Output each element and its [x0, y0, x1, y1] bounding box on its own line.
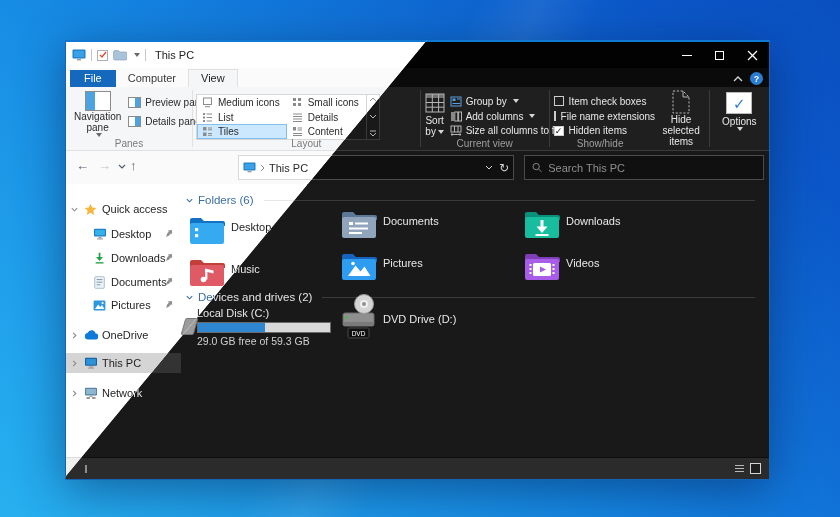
layout-small-icons[interactable]: Small icons: [287, 95, 366, 110]
navigation-pane-label: Navigation pane: [74, 111, 121, 133]
details-pane-icon: [128, 116, 141, 127]
panes-group-label: Panes: [66, 138, 192, 149]
ribbon-group-current-view: Sort by Group by Add columns Size all co…: [421, 87, 549, 150]
file-explorer-window: This PC File Computer View ? Navigation …: [65, 40, 770, 480]
checkbox-unchecked-icon: [554, 96, 564, 106]
hide-selected-items-button[interactable]: Hide selected items: [654, 90, 709, 137]
layout-details[interactable]: Details: [287, 110, 366, 125]
options-button[interactable]: ✓ Options: [714, 90, 764, 137]
chevron-right-icon[interactable]: [66, 359, 82, 368]
list-label: List: [218, 112, 234, 123]
drive-label: Local Disk (C:): [197, 307, 337, 319]
folder-tile-documents[interactable]: Documents: [341, 209, 439, 239]
tab-computer[interactable]: Computer: [116, 70, 188, 87]
refresh-icon[interactable]: ↻: [499, 161, 509, 175]
sidebar-label: This PC: [102, 357, 141, 369]
sort-by-label-1: Sort: [425, 115, 443, 126]
layout-list[interactable]: List: [197, 110, 287, 125]
chevron-right-icon[interactable]: [66, 389, 82, 398]
sort-by-label-2: by: [425, 126, 444, 137]
chevron-down-icon[interactable]: [185, 293, 194, 302]
folder-tile-pictures[interactable]: Pictures: [341, 251, 423, 281]
chevron-down-icon[interactable]: [185, 196, 194, 205]
download-icon: [91, 252, 108, 264]
folder-tile-desktop[interactable]: Desktop: [189, 215, 271, 245]
folder-label: Pictures: [383, 257, 423, 281]
hidden-items-label: Hidden items: [569, 125, 627, 136]
group-by-button[interactable]: Group by: [447, 95, 563, 108]
file-name-extensions-label: File name extensions: [561, 111, 656, 122]
sidebar-item-onedrive[interactable]: OneDrive: [66, 325, 181, 345]
recent-locations-dropdown[interactable]: [118, 164, 126, 169]
sidebar-item-documents[interactable]: Documents: [66, 272, 181, 292]
size-columns-icon: [450, 125, 462, 136]
hidden-items-checkbox[interactable]: ✓Hidden items: [554, 124, 654, 137]
sidebar-item-downloads[interactable]: Downloads: [66, 248, 181, 268]
chevron-down-icon[interactable]: [66, 205, 82, 214]
address-dropdown-icon[interactable]: [485, 165, 493, 170]
address-this-pc-icon: [243, 162, 256, 173]
hide-selected-items-icon: [671, 90, 691, 114]
item-check-boxes-checkbox[interactable]: Item check boxes: [554, 95, 654, 108]
search-box[interactable]: [524, 155, 764, 180]
add-columns-button[interactable]: Add columns: [447, 110, 563, 123]
qat-separator-2: [145, 49, 146, 61]
navigation-pane-button[interactable]: Navigation pane: [74, 90, 121, 137]
close-button[interactable]: [736, 42, 769, 68]
minimize-button[interactable]: [670, 42, 703, 68]
this-pc-icon: [82, 357, 99, 369]
sidebar-item-quick-access[interactable]: Quick access: [66, 199, 181, 219]
size-columns-button[interactable]: Size all columns to fit: [447, 124, 563, 137]
help-icon[interactable]: ?: [750, 72, 763, 85]
drives-group-heading[interactable]: Devices and drives (2): [185, 291, 755, 303]
sidebar-item-desktop[interactable]: Desktop: [66, 224, 181, 244]
tab-view[interactable]: View: [188, 69, 238, 87]
layout-medium-icons[interactable]: Medium icons: [197, 95, 287, 110]
dvd-badge: DVD: [352, 330, 366, 337]
heading-rule: [264, 200, 755, 201]
gallery-scroll-down-icon[interactable]: [369, 114, 377, 119]
layout-tiles[interactable]: Tiles: [197, 124, 287, 139]
folder-icon-music: [189, 257, 225, 287]
sort-by-button[interactable]: Sort by: [425, 90, 445, 137]
ribbon-group-options: ✓ Options: [710, 87, 769, 150]
sidebar-item-pictures[interactable]: Pictures: [66, 295, 181, 315]
tab-file[interactable]: File: [70, 70, 116, 87]
caption-buttons: [670, 42, 769, 68]
gallery-scroll-up-icon[interactable]: [369, 97, 377, 102]
folder-label: Downloads: [566, 215, 620, 239]
breadcrumb[interactable]: This PC: [269, 162, 308, 174]
navigation-pane-caret: [96, 133, 102, 137]
file-name-extensions-checkbox[interactable]: File name extensions: [554, 110, 654, 123]
group-by-icon: [450, 96, 462, 107]
maximize-button[interactable]: [703, 42, 736, 68]
folder-tile-videos[interactable]: Videos: [524, 251, 599, 281]
small-icons-icon: [292, 97, 303, 108]
details-view-toggle-icon[interactable]: [734, 463, 745, 474]
chevron-right-icon[interactable]: [66, 331, 82, 340]
disk-free-space: 29.0 GB free of 59.3 GB: [197, 335, 337, 347]
sort-by-caret: [438, 130, 444, 134]
details-label: Details: [308, 112, 339, 123]
folder-tile-downloads[interactable]: Downloads: [524, 209, 620, 239]
back-button[interactable]: ←: [76, 158, 89, 173]
icons-view-toggle-icon[interactable]: [750, 463, 761, 474]
drive-tile-dvd[interactable]: DVD DVD Drive (D:): [341, 293, 456, 339]
pin-icon: [165, 229, 173, 241]
qat-properties-button[interactable]: [97, 50, 108, 61]
qat-new-folder-button[interactable]: [113, 50, 127, 61]
forward-button[interactable]: →: [98, 158, 111, 173]
up-button[interactable]: ↑: [130, 158, 137, 173]
preview-pane-icon: [128, 97, 141, 108]
medium-icons-label: Medium icons: [218, 97, 280, 108]
onedrive-cloud-icon: [82, 330, 99, 340]
sidebar-label: Downloads: [111, 252, 165, 264]
tiles-icon: [202, 126, 213, 137]
qat-customize-dropdown[interactable]: [134, 53, 140, 57]
options-caret: [737, 127, 743, 131]
list-icon: [202, 112, 213, 123]
search-input[interactable]: [548, 162, 756, 174]
gallery-more-icon[interactable]: [369, 130, 377, 137]
collapse-ribbon-icon[interactable]: [733, 76, 743, 82]
sidebar-label: OneDrive: [102, 329, 148, 341]
